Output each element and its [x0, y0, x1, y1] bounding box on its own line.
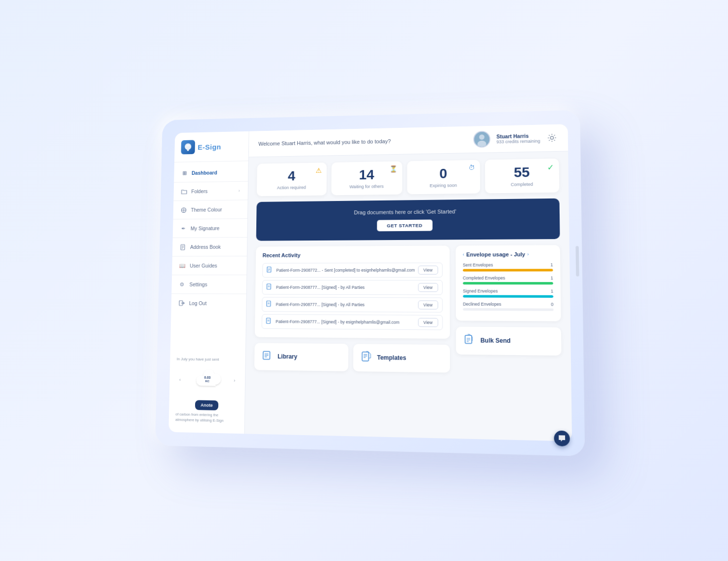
sidebar-item-label: Theme Colour	[191, 206, 222, 212]
svg-rect-13	[267, 267, 271, 272]
stat-card-waiting[interactable]: ⏳ 14 Waiting for others	[331, 161, 402, 196]
completed-progress-fill	[463, 282, 553, 284]
doc-icon	[266, 300, 273, 308]
bulk-send-label: Bulk Send	[481, 337, 511, 345]
stat-label-completed: Completed	[511, 182, 533, 187]
doc-icon	[266, 283, 273, 291]
view-button-0[interactable]: View	[418, 266, 438, 275]
stat-card-action-required[interactable]: ⚠ 4 Action required	[257, 162, 326, 196]
nav-separator	[173, 237, 247, 238]
logo-text: E-Sign	[198, 143, 221, 151]
logo-icon	[181, 140, 195, 154]
get-started-button[interactable]: GET STARTED	[377, 219, 432, 231]
activity-item: Patient-Form-2908777... [Signed] - by es…	[262, 314, 443, 330]
svg-rect-20	[267, 301, 271, 306]
header-right: Stuart Harris 933 credits remaining	[473, 129, 558, 148]
tile-bulk-send[interactable]: Bulk Send	[456, 326, 562, 356]
folders-icon	[180, 188, 188, 196]
stat-label-waiting: Waiting for others	[349, 184, 383, 189]
completed-progress-bar	[463, 282, 553, 284]
view-button-2[interactable]: View	[418, 300, 438, 309]
tiles-row: Library	[254, 343, 450, 372]
signed-progress-fill	[463, 295, 553, 298]
library-icon	[262, 350, 273, 363]
settings-icon: ⚙	[178, 280, 186, 288]
envelope-row-header: Completed Envelopes 1	[463, 276, 553, 280]
action-required-badge: ⚠	[316, 166, 322, 174]
theme-icon	[180, 206, 187, 214]
envelope-row-signed: Signed Envelopes 1	[463, 288, 553, 298]
tablet-screen: E-Sign ⊞ Dashboard Folders ›	[168, 124, 572, 441]
sidebar-item-label: Log Out	[189, 300, 207, 306]
expiring-badge: ⏱	[468, 164, 475, 171]
logout-icon	[178, 299, 185, 307]
chevron-right-icon: ›	[527, 252, 528, 257]
content-area: ⚠ 4 Action required ⏳ 14 Waiting for oth…	[244, 152, 572, 441]
activity-text-1: Patient-Form-2908777... [Signed] - by Al…	[276, 285, 365, 290]
chat-bubble-button[interactable]	[554, 431, 570, 446]
declined-envelopes-count: 0	[551, 302, 554, 307]
templates-label: Templates	[377, 354, 406, 361]
sidebar-item-label: Address Book	[190, 244, 221, 250]
settings-icon[interactable]	[546, 132, 558, 143]
templates-icon	[361, 351, 372, 364]
svg-text:0.03: 0.03	[204, 375, 210, 379]
right-bottom: ‹ Envelope usage - July › Sent Envelopes…	[455, 245, 562, 434]
nav-separator	[173, 218, 247, 219]
activity-left: Patient-Form-2908772... - Sent [complete…	[267, 266, 415, 274]
carousel-prev[interactable]: ‹	[176, 376, 184, 384]
sent-progress-fill	[463, 269, 553, 271]
chevron-left-icon: ‹	[463, 252, 464, 257]
doc-icon	[267, 266, 274, 274]
stat-card-completed[interactable]: ✓ 55 Completed	[485, 159, 559, 193]
envelope-header: ‹ Envelope usage - July ›	[463, 251, 553, 257]
stat-card-expiring[interactable]: ⏱ 0 Expiring soon	[407, 160, 480, 194]
view-button-3[interactable]: View	[418, 318, 438, 327]
drag-drop-area: Drag documents here or click 'Get Starte…	[256, 199, 560, 241]
sidebar-footer-label: In July you have just sent	[177, 356, 239, 362]
sidebar-item-label: My Signature	[191, 225, 220, 231]
sidebar-item-dashboard[interactable]: ⊞ Dashboard	[174, 165, 248, 180]
guides-icon: 📖	[179, 262, 186, 270]
svg-text:KC: KC	[205, 380, 209, 383]
sidebar-item-theme-colour[interactable]: Theme Colour	[173, 202, 248, 217]
cloud-icon-wrap: 0.03 KC	[193, 367, 221, 392]
sidebar-item-log-out[interactable]: Log Out	[171, 296, 246, 311]
envelope-row-completed: Completed Envelopes 1	[463, 276, 553, 284]
sidebar: E-Sign ⊞ Dashboard Folders ›	[168, 131, 249, 434]
envelope-row-header: Declined Envelopes 0	[463, 301, 553, 307]
tile-library[interactable]: Library	[254, 343, 349, 371]
envelope-row-header: Signed Envelopes 1	[463, 288, 553, 293]
nav-separator	[171, 293, 246, 294]
dashboard-icon: ⊞	[180, 169, 188, 177]
anote-button[interactable]: Anote	[195, 400, 219, 410]
activity-text-0: Patient-Form-2908772... - Sent [complete…	[276, 268, 415, 273]
bulk-send-icon	[464, 334, 476, 348]
activity-text-2: Patient-Form-2908777... [Signed] - by Al…	[276, 302, 364, 307]
svg-rect-23	[266, 318, 270, 323]
envelope-row-sent: Sent Envelopes 1	[463, 262, 553, 272]
stat-label-action: Action required	[277, 185, 306, 190]
sidebar-item-folders[interactable]: Folders ›	[173, 183, 248, 199]
left-bottom: Recent Activity Patient-Form-2908772... …	[253, 245, 450, 431]
svg-point-12	[550, 136, 553, 139]
sidebar-item-label: Settings	[189, 281, 207, 287]
signed-progress-bar	[463, 295, 553, 298]
carbon-description: of carbon from entering the atmosphere b…	[175, 412, 238, 424]
library-label: Library	[278, 353, 297, 360]
sidebar-item-user-guides[interactable]: 📖 User Guides	[172, 258, 247, 273]
activity-item: Patient-Form-2908777... [Signed] - by Al…	[262, 280, 443, 295]
stat-number-completed: 55	[514, 165, 529, 180]
tile-templates[interactable]: Templates	[353, 344, 450, 372]
sidebar-item-settings[interactable]: ⚙ Settings	[171, 277, 246, 291]
view-button-1[interactable]: View	[418, 283, 438, 292]
nav-separator	[172, 256, 247, 257]
carousel-next[interactable]: ›	[231, 377, 239, 385]
sidebar-item-my-signature[interactable]: ✒ My Signature	[173, 221, 247, 236]
cloud-widget: 0.03 KC	[193, 367, 222, 394]
logo-area: E-Sign	[174, 139, 248, 162]
activity-item: Patient-Form-2908777... [Signed] - by Al…	[262, 297, 443, 312]
envelope-title: Envelope usage - July	[466, 251, 525, 258]
sent-progress-bar	[463, 269, 553, 271]
sidebar-item-address-book[interactable]: Address Book	[172, 240, 247, 254]
